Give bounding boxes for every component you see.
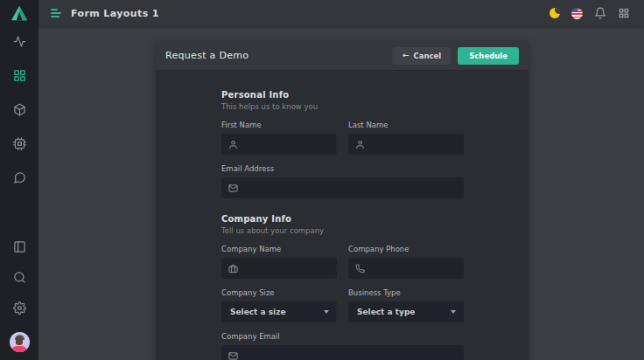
company-email-label: Company Email xyxy=(221,332,464,341)
person-icon xyxy=(355,140,365,149)
box-icon[interactable] xyxy=(13,103,26,116)
email-address-input[interactable] xyxy=(221,177,464,198)
company-name-text-input[interactable] xyxy=(244,264,330,273)
notifications-bell-icon[interactable] xyxy=(594,7,606,19)
page-content: Request a Demo ← Cancel Schedule Persona… xyxy=(38,26,644,360)
company-phone-input[interactable] xyxy=(348,258,464,279)
sidebar xyxy=(0,0,38,360)
avatar-head xyxy=(16,336,23,345)
search-icon[interactable] xyxy=(13,271,26,284)
settings-gear-icon[interactable] xyxy=(13,301,26,315)
company-name-field: Company Name xyxy=(221,245,337,279)
chevron-down-icon xyxy=(451,310,456,314)
phone-icon xyxy=(355,264,365,273)
schedule-button-label: Schedule xyxy=(469,52,508,60)
briefcase-icon xyxy=(228,264,238,273)
company-email-text-input[interactable] xyxy=(244,351,457,360)
company-phone-label: Company Phone xyxy=(348,245,464,253)
topbar: Form Layouts 1 xyxy=(38,0,644,26)
company-name-input[interactable] xyxy=(221,258,337,279)
request-demo-card: Request a Demo ← Cancel Schedule Persona… xyxy=(156,41,528,360)
business-type-field: Business Type Select a type xyxy=(348,288,464,322)
personal-info-subheading: This helps us to know you xyxy=(221,102,464,111)
page-title: Form Layouts 1 xyxy=(71,8,159,19)
layout-panel-icon[interactable] xyxy=(13,240,26,253)
cpu-icon[interactable] xyxy=(13,137,26,150)
company-phone-text-input[interactable] xyxy=(371,264,457,273)
theme-moon-icon[interactable] xyxy=(550,8,560,18)
avatar-shirt xyxy=(11,346,27,352)
card-title: Request a Demo xyxy=(165,50,248,61)
apps-grid-icon[interactable] xyxy=(618,7,630,19)
personal-info-section: Personal Info This helps us to know you … xyxy=(221,90,464,198)
company-size-selected-value: Select a size xyxy=(230,308,286,316)
card-header: Request a Demo ← Cancel Schedule xyxy=(156,41,528,71)
language-flag-us-icon[interactable] xyxy=(571,8,583,19)
company-info-heading: Company Info xyxy=(221,214,464,224)
cancel-button-label: Cancel xyxy=(413,52,441,60)
app-logo[interactable] xyxy=(0,0,38,26)
company-phone-field: Company Phone xyxy=(348,245,464,279)
last-name-field: Last Name xyxy=(348,121,464,155)
company-info-subheading: Tell us about your company xyxy=(221,226,464,235)
user-avatar[interactable] xyxy=(10,332,30,352)
first-name-text-input[interactable] xyxy=(244,140,330,149)
first-name-input[interactable] xyxy=(221,134,337,155)
dashboard-grid-icon[interactable] xyxy=(13,69,26,82)
menu-toggle-icon[interactable] xyxy=(51,9,61,17)
business-type-select[interactable]: Select a type xyxy=(348,301,464,322)
company-size-select[interactable]: Select a size xyxy=(221,301,337,322)
company-size-label: Company Size xyxy=(221,288,337,297)
personal-info-heading: Personal Info xyxy=(221,90,464,100)
business-type-selected-value: Select a type xyxy=(357,308,415,316)
card-body: Personal Info This helps us to know you … xyxy=(156,71,528,360)
schedule-button[interactable]: Schedule xyxy=(458,47,519,65)
back-arrow-icon: ← xyxy=(402,52,410,59)
chevron-down-icon xyxy=(324,310,329,314)
sidebar-nav-top xyxy=(13,35,26,184)
company-info-section: Company Info Tell us about your company … xyxy=(221,214,464,360)
first-name-field: First Name xyxy=(221,121,337,155)
last-name-input[interactable] xyxy=(348,134,464,155)
activity-icon[interactable] xyxy=(13,35,26,48)
card-header-actions: ← Cancel Schedule xyxy=(393,47,519,65)
first-name-label: First Name xyxy=(221,121,337,129)
company-email-field: Company Email xyxy=(221,332,464,360)
sidebar-nav-bottom xyxy=(10,240,30,352)
person-icon xyxy=(228,140,238,149)
chat-bubble-icon[interactable] xyxy=(13,171,26,184)
company-size-field: Company Size Select a size xyxy=(221,288,337,322)
business-type-label: Business Type xyxy=(348,288,464,297)
email-address-field: Email Address xyxy=(221,164,464,198)
logo-triangle-icon xyxy=(10,5,28,21)
main-area: Form Layouts 1 Request a Demo ← Cancel xyxy=(38,0,644,360)
email-address-label: Email Address xyxy=(221,164,464,173)
company-name-label: Company Name xyxy=(221,245,337,253)
email-address-text-input[interactable] xyxy=(244,183,457,192)
mail-icon xyxy=(228,351,238,360)
cancel-button[interactable]: ← Cancel xyxy=(393,47,451,65)
topbar-actions xyxy=(550,7,630,19)
mail-icon xyxy=(228,183,238,193)
last-name-text-input[interactable] xyxy=(371,140,457,149)
company-email-input[interactable] xyxy=(221,345,464,360)
last-name-label: Last Name xyxy=(348,121,464,129)
